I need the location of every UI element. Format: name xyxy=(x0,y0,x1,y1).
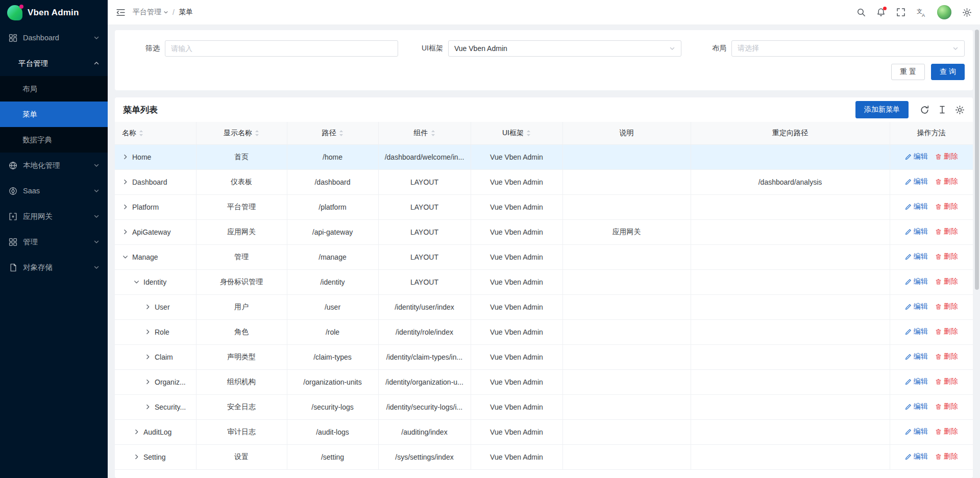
edit-button[interactable]: 编辑 xyxy=(905,177,928,186)
edit-icon xyxy=(905,154,912,160)
column-label: UI框架 xyxy=(502,129,524,138)
edit-button[interactable]: 编辑 xyxy=(905,402,928,411)
settings-gear-icon[interactable] xyxy=(962,8,972,17)
column-header-name[interactable]: 名称 xyxy=(115,122,196,144)
cell-path: /home xyxy=(287,144,378,169)
edit-button[interactable]: 编辑 xyxy=(905,352,928,361)
sort-icon[interactable] xyxy=(339,130,344,137)
query-button[interactable]: 查 询 xyxy=(931,64,965,80)
scrollbar-thumb[interactable] xyxy=(975,30,979,290)
expand-row-icon[interactable] xyxy=(133,454,140,460)
expand-row-icon[interactable] xyxy=(144,379,151,385)
column-header-component[interactable]: 组件 xyxy=(378,122,471,144)
expand-row-icon[interactable] xyxy=(122,154,129,160)
layout-select[interactable]: 请选择 xyxy=(731,40,965,57)
collapse-row-icon[interactable] xyxy=(122,254,129,260)
column-header-display-name[interactable]: 显示名称 xyxy=(196,122,287,144)
column-header-path[interactable]: 路径 xyxy=(287,122,378,144)
cell-description xyxy=(562,394,691,419)
sidebar-item-data-dictionary[interactable]: 数据字典 xyxy=(0,127,108,153)
cell-component: /dashboard/welcome/in... xyxy=(378,144,471,169)
column-header-ui-framework[interactable]: UI框架 xyxy=(471,122,562,144)
filter-input[interactable] xyxy=(165,40,398,57)
collapse-row-icon[interactable] xyxy=(133,279,140,285)
sort-icon[interactable] xyxy=(255,130,259,137)
reset-button[interactable]: 重 置 xyxy=(891,64,925,80)
fullscreen-icon[interactable] xyxy=(896,8,905,17)
sidebar-item-saas[interactable]: Saas xyxy=(0,178,108,204)
expand-row-icon[interactable] xyxy=(122,179,129,185)
delete-button[interactable]: 删除 xyxy=(935,252,958,261)
edit-button[interactable]: 编辑 xyxy=(905,327,928,336)
expand-row-icon[interactable] xyxy=(122,229,129,235)
edit-button[interactable]: 编辑 xyxy=(905,152,928,161)
edit-button[interactable]: 编辑 xyxy=(905,377,928,386)
app-logo[interactable]: Vben Admin xyxy=(0,0,108,25)
edit-button[interactable]: 编辑 xyxy=(905,252,928,261)
ui-framework-select[interactable]: Vue Vben Admin xyxy=(448,40,681,57)
translate-icon[interactable]: 文A xyxy=(916,7,926,17)
table-row: ApiGateway应用网关/api-gatewayLAYOUTVue Vben… xyxy=(115,219,973,244)
row-name: Role xyxy=(155,328,169,336)
user-avatar[interactable] xyxy=(937,5,951,19)
delete-button[interactable]: 删除 xyxy=(935,202,958,211)
column-settings-icon[interactable] xyxy=(955,105,965,115)
sidebar-item-api-gateway[interactable]: 应用网关 xyxy=(0,204,108,229)
cell-redirect-path xyxy=(691,444,890,469)
breadcrumb-parent[interactable]: 平台管理 xyxy=(133,8,168,17)
refresh-icon[interactable] xyxy=(920,105,929,115)
cell-display-name: 声明类型 xyxy=(196,344,287,369)
expand-row-icon[interactable] xyxy=(144,329,151,335)
sidebar-item-menu[interactable]: 菜单 xyxy=(0,102,108,127)
delete-button[interactable]: 删除 xyxy=(935,277,958,286)
search-icon[interactable] xyxy=(856,8,866,17)
sidebar-item-management[interactable]: 管理 xyxy=(0,229,108,255)
edit-button[interactable]: 编辑 xyxy=(905,227,928,236)
expand-row-icon[interactable] xyxy=(133,429,140,435)
column-label: 名称 xyxy=(122,129,136,138)
delete-button[interactable]: 删除 xyxy=(935,177,958,186)
edit-button[interactable]: 编辑 xyxy=(905,277,928,286)
sidebar-item-label: 应用网关 xyxy=(23,212,88,221)
sort-icon[interactable] xyxy=(526,130,531,137)
delete-icon xyxy=(935,354,942,360)
cell-ui-framework: Vue Vben Admin xyxy=(471,244,562,269)
cell-ui-framework: Vue Vben Admin xyxy=(471,219,562,244)
edit-button[interactable]: 编辑 xyxy=(905,427,928,436)
row-height-icon[interactable] xyxy=(938,105,947,114)
notification-bell-icon[interactable] xyxy=(876,8,886,17)
sort-icon[interactable] xyxy=(139,130,143,137)
sidebar-item-layout[interactable]: 布局 xyxy=(0,76,108,102)
delete-button[interactable]: 删除 xyxy=(935,152,958,161)
expand-row-icon[interactable] xyxy=(144,404,151,410)
expand-row-icon[interactable] xyxy=(144,354,151,360)
delete-icon xyxy=(935,229,942,235)
delete-button[interactable]: 删除 xyxy=(935,352,958,361)
cell-ui-framework: Vue Vben Admin xyxy=(471,294,562,319)
edit-button[interactable]: 编辑 xyxy=(905,202,928,211)
delete-icon xyxy=(935,404,942,410)
cell-ui-framework: Vue Vben Admin xyxy=(471,194,562,219)
table-body: Home首页/home/dashboard/welcome/in...Vue V… xyxy=(115,144,973,469)
cell-path: /user xyxy=(287,294,378,319)
edit-button[interactable]: 编辑 xyxy=(905,452,928,461)
select-placeholder: 请选择 xyxy=(738,44,759,53)
chevron-up-icon xyxy=(93,60,100,66)
edit-button[interactable]: 编辑 xyxy=(905,302,928,311)
delete-button[interactable]: 删除 xyxy=(935,452,958,461)
delete-button[interactable]: 删除 xyxy=(935,227,958,236)
delete-button[interactable]: 删除 xyxy=(935,327,958,336)
add-menu-button[interactable]: 添加新菜单 xyxy=(855,101,909,118)
menu-toggle-icon[interactable] xyxy=(116,8,126,17)
sidebar-item-localization-management[interactable]: 本地化管理 xyxy=(0,153,108,178)
expand-row-icon[interactable] xyxy=(144,304,151,310)
sidebar-item-object-storage[interactable]: 对象存储 xyxy=(0,255,108,280)
delete-button[interactable]: 删除 xyxy=(935,402,958,411)
sort-icon[interactable] xyxy=(431,130,435,137)
delete-button[interactable]: 删除 xyxy=(935,302,958,311)
expand-row-icon[interactable] xyxy=(122,204,129,210)
delete-button[interactable]: 删除 xyxy=(935,427,958,436)
sidebar-item-platform-management[interactable]: 平台管理 xyxy=(0,51,108,76)
delete-button[interactable]: 删除 xyxy=(935,377,958,386)
sidebar-item-dashboard[interactable]: Dashboard xyxy=(0,25,108,51)
